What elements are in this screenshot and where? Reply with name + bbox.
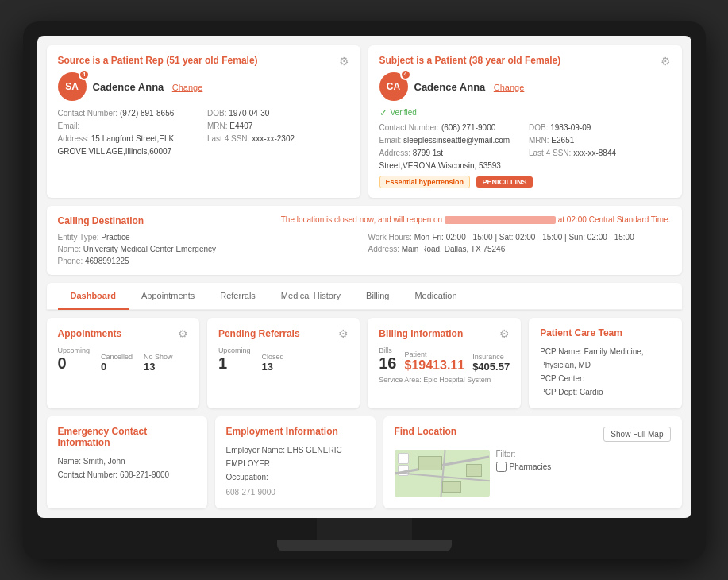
work-hours-value: Mon-Fri: 02:00 - 15:00 | Sat: 02:00 - 15… [414,233,634,242]
subject-dob-label: DOB: [529,123,548,132]
find-location-title: Find Location [395,426,457,437]
badge-penicillins: PENICILLINS [476,176,532,188]
subject-patient-name: Cadence Anna [414,81,486,93]
patient-care-widget: Patient Care Team PCP Name: Family Medic… [529,318,681,408]
tab-medication[interactable]: Medication [402,283,469,310]
subject-card: Subject is a Patient (38 year old Female… [368,45,682,198]
emergency-contact-label: Contact Number: [58,470,118,479]
source-patient-name: Cadence Anna [93,81,164,93]
subject-avatar: CA 4 [379,72,408,101]
employment-title: Employment Information [226,426,364,437]
subject-gear-icon[interactable]: ⚙ [661,55,671,68]
map-block [466,464,482,477]
subject-mrn-label: MRN: [529,136,549,145]
verified-text: Verified [391,108,417,117]
subject-email-label: Email: [379,136,402,145]
source-ssn-value: xxx-xx-2302 [252,134,295,143]
tab-dashboard[interactable]: Dashboard [58,283,129,310]
subject-ssn-value: xxx-xx-8844 [573,149,616,157]
pcp-center-label: PCP Center: [540,374,584,383]
subject-address-label: Address: [379,149,410,157]
subject-email-value: sleeplessinseattle@ymail.com [403,136,510,145]
source-contact-value: (972) 891-8656 [120,109,174,118]
tab-medical-history[interactable]: Medical History [268,283,353,310]
pharmacies-checkbox[interactable] [496,462,507,472]
referral-closed-value: 13 [261,361,283,373]
upcoming-label: Upcoming [58,346,91,354]
map-block [442,481,461,493]
source-card-title: Source is a Patient Rep (51 year old Fem… [58,55,258,66]
billing-widget-title: Billing Information [379,328,463,339]
subject-contact-label: Contact Number: [379,123,440,132]
emergency-name-label: Name: [58,457,81,466]
pcp-dept-value: Cardio [580,388,603,396]
source-mrn-value: E4407 [229,122,252,130]
service-area-value: Epic Hospital System [423,376,491,384]
verified-icon: ✓ [379,107,387,118]
tab-billing[interactable]: Billing [353,283,402,310]
billing-widget: Billing Information ⚙ Bills 16 Patient $… [368,318,521,408]
source-dob-value: 1970-04-30 [229,109,269,118]
calling-destination-card: Calling Destination The location is clos… [47,206,682,275]
billing-gear-icon[interactable]: ⚙ [499,327,510,340]
insurance-value: $405.57 [472,361,510,373]
entity-type-label: Entity Type: [58,233,99,242]
subject-mrn-value: E2651 [551,136,574,145]
emergency-contact-title: Emergency Contact Information [58,426,196,448]
patient-billing-value: $19413.11 [405,358,465,373]
pcp-dept-label: PCP Dept: [540,388,577,396]
filter-label: Filter: [496,450,552,458]
entity-type-value: Practice [101,233,129,242]
source-change-link[interactable]: Change [172,83,203,92]
source-gear-icon[interactable]: ⚙ [339,55,349,68]
cancelled-label: Cancelled [101,353,133,361]
service-area-label: Service Area: [379,376,422,384]
map-preview: + − [395,450,490,497]
employer-label: Employer Name: [226,446,285,454]
source-avatar: SA 4 [58,72,87,101]
noshow-label: No Show [144,353,173,361]
calling-phone-value: 4698991225 [85,257,129,265]
closed-notice: The location is closed now, and will reo… [281,215,671,224]
badge-hypertension: Essential hypertension [379,176,471,188]
cancelled-value: 0 [101,361,133,373]
referral-closed-label: Closed [261,353,283,361]
emergency-name-value: Smith, John [83,457,125,466]
subject-avatar-badge: 4 [400,69,411,80]
subject-change-link[interactable]: Change [494,83,525,92]
calling-address-label: Address: [368,245,399,253]
work-hours-label: Work Hours: [368,233,412,242]
tab-appointments[interactable]: Appointments [129,283,207,310]
tab-referrals[interactable]: Referrals [207,283,268,310]
pharmacies-label: Pharmacies [510,462,552,471]
source-avatar-badge: 4 [79,69,90,80]
subject-dob-value: 1983-09-09 [550,123,591,132]
noshow-value: 13 [144,361,173,373]
subject-contact-value: (608) 271-9000 [441,123,495,132]
calling-phone-label: Phone: [58,257,83,265]
emergency-contact-card: Emergency Contact Information Name: Smit… [47,416,207,508]
patient-billing-label: Patient [405,350,465,358]
redacted-date [445,216,556,224]
tabs-bar: Dashboard Appointments Referrals Medical… [47,283,682,310]
calling-name-label: Name: [58,245,81,253]
appointments-gear-icon[interactable]: ⚙ [178,327,188,340]
upcoming-value: 0 [58,354,91,373]
source-email-label: Email: [58,122,80,130]
calling-address-value: Main Road, Dallas, TX 75246 [402,245,505,253]
calling-name-value: University Medical Center Emergency [83,245,216,253]
employment-card: Employment Information Employer Name: EH… [215,416,376,508]
map-block [418,456,442,470]
emergency-contact-value: 608-271-9000 [120,470,169,479]
pending-referrals-widget: Pending Referrals ⚙ Upcoming 1 Closed 13 [207,318,360,408]
source-address-label: Address: [58,134,89,143]
show-full-map-button[interactable]: Show Full Map [603,427,670,442]
map-zoom-in[interactable]: + [398,453,409,464]
source-contact-label: Contact Number: [58,109,118,118]
filter-column: Filter: Pharmacies [496,450,552,497]
referrals-gear-icon[interactable]: ⚙ [338,327,349,340]
appointments-widget-title: Appointments [58,328,122,339]
source-dob-label: DOB: [207,109,226,118]
subject-card-title: Subject is a Patient (38 year old Female… [379,55,561,66]
referral-upcoming-label: Upcoming [218,346,251,354]
